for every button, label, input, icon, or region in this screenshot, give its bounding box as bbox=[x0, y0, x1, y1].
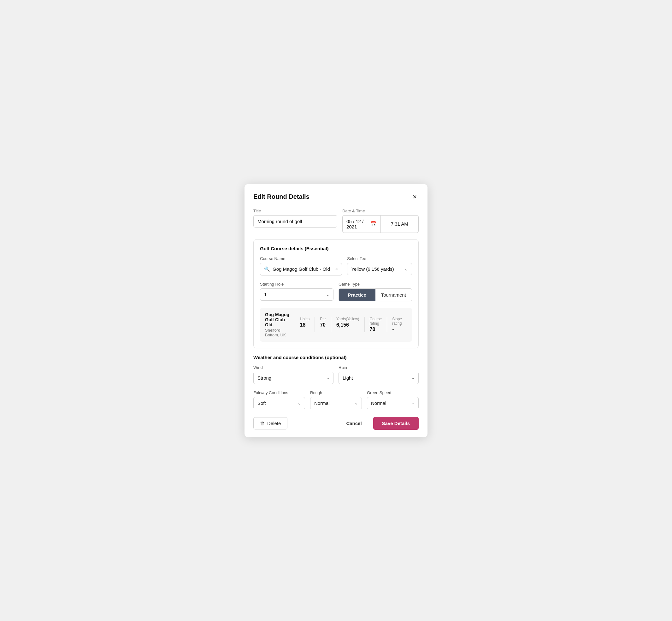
weather-section-title: Weather and course conditions (optional) bbox=[253, 355, 419, 360]
title-datetime-row: Title Date & Time 05 / 12 / 2021 📅 7:31 … bbox=[253, 209, 419, 233]
game-type-label: Game Type bbox=[339, 282, 412, 287]
clear-icon[interactable]: × bbox=[335, 266, 338, 272]
calendar-icon: 📅 bbox=[370, 221, 377, 227]
holes-value: 18 bbox=[300, 322, 306, 328]
title-input[interactable] bbox=[253, 215, 337, 227]
golf-course-section: Golf Course details (Essential) Course N… bbox=[253, 239, 419, 348]
delete-label: Delete bbox=[267, 421, 281, 426]
yards-stat: Yards(Yellow) 6,156 bbox=[331, 317, 365, 332]
course-info-box: Gog Magog Golf Club - Old, Shelford Bott… bbox=[260, 308, 412, 342]
course-name-search[interactable]: 🔍 × bbox=[260, 263, 342, 276]
par-label: Par bbox=[320, 317, 326, 321]
holes-stat: Holes 18 bbox=[295, 317, 315, 332]
select-tee-label: Select Tee bbox=[347, 256, 412, 261]
starting-hole-label: Starting Hole bbox=[260, 282, 333, 287]
course-name-col: Gog Magog Golf Club - Old, Shelford Bott… bbox=[265, 312, 295, 337]
holes-label: Holes bbox=[300, 317, 310, 321]
title-label: Title bbox=[253, 209, 337, 213]
modal-title: Edit Round Details bbox=[253, 193, 309, 200]
close-button[interactable]: × bbox=[411, 193, 419, 201]
starting-hole-group: Starting Hole 1234 5678 910 ⌄ bbox=[260, 282, 333, 301]
fairway-rough-green-row: Fairway Conditions DryNormalSoftWet ⌄ Ro… bbox=[253, 390, 419, 409]
rough-wrap: ShortNormalLongVery Long ⌄ bbox=[310, 397, 362, 409]
course-rating-label: Course rating bbox=[370, 317, 382, 326]
select-tee-group: Select Tee Yellow (6,156 yards) White (6… bbox=[347, 256, 412, 276]
delete-button[interactable]: 🗑 Delete bbox=[253, 417, 287, 429]
wind-group: Wind CalmLightModerateStrongVery Strong … bbox=[253, 365, 333, 384]
fairway-wrap: DryNormalSoftWet ⌄ bbox=[253, 397, 305, 409]
slope-rating-stat: Slope rating - bbox=[387, 317, 407, 332]
date-time-row: 05 / 12 / 2021 📅 7:31 AM bbox=[342, 215, 419, 233]
edit-round-modal: Edit Round Details × Title Date & Time 0… bbox=[245, 184, 427, 437]
par-stat: Par 70 bbox=[314, 317, 331, 332]
course-name-text: Gog Magog Golf Club - Old, bbox=[265, 312, 295, 327]
yards-value: 6,156 bbox=[336, 322, 349, 328]
footer-right: Cancel Save Details bbox=[341, 417, 419, 430]
green-speed-wrap: SlowNormalFastVery Fast ⌄ bbox=[367, 397, 419, 409]
green-speed-group: Green Speed SlowNormalFastVery Fast ⌄ bbox=[367, 390, 419, 409]
starting-hole-dropdown[interactable]: 1234 5678 910 bbox=[260, 288, 333, 301]
par-value: 70 bbox=[320, 322, 326, 328]
modal-header: Edit Round Details × bbox=[253, 193, 419, 201]
date-text: 05 / 12 / 2021 bbox=[346, 219, 368, 230]
weather-section: Weather and course conditions (optional)… bbox=[253, 355, 419, 409]
fairway-dropdown[interactable]: DryNormalSoftWet bbox=[253, 397, 305, 409]
datetime-label: Date & Time bbox=[342, 209, 419, 213]
rain-label: Rain bbox=[339, 365, 419, 370]
course-info-main: Gog Magog Golf Club - Old, Shelford Bott… bbox=[265, 312, 407, 337]
slope-rating-label: Slope rating bbox=[392, 317, 402, 326]
rough-group: Rough ShortNormalLongVery Long ⌄ bbox=[310, 390, 362, 409]
rain-group: Rain NoneLightModerateHeavy ⌄ bbox=[339, 365, 419, 384]
course-name-input[interactable] bbox=[272, 266, 333, 272]
wind-wrap: CalmLightModerateStrongVery Strong ⌄ bbox=[253, 372, 333, 384]
course-location: Shelford Bottom, UK bbox=[265, 328, 295, 337]
rain-dropdown[interactable]: NoneLightModerateHeavy bbox=[339, 372, 419, 384]
slope-rating-value: - bbox=[392, 327, 394, 332]
time-text: 7:31 AM bbox=[391, 221, 408, 226]
course-stats: Holes 18 Par 70 Yards(Yellow) 6,156 Cour… bbox=[295, 317, 407, 332]
hole-gametype-row: Starting Hole 1234 5678 910 ⌄ Game Type … bbox=[260, 282, 412, 301]
practice-button[interactable]: Practice bbox=[339, 289, 375, 301]
fairway-label: Fairway Conditions bbox=[253, 390, 305, 395]
cancel-button[interactable]: Cancel bbox=[341, 417, 367, 429]
title-group: Title bbox=[253, 209, 337, 233]
wind-rain-row: Wind CalmLightModerateStrongVery Strong … bbox=[253, 365, 419, 384]
tournament-button[interactable]: Tournament bbox=[375, 289, 412, 301]
time-input[interactable]: 7:31 AM bbox=[381, 215, 419, 233]
game-type-toggle: Practice Tournament bbox=[339, 288, 412, 301]
golf-course-title: Golf Course details (Essential) bbox=[260, 246, 412, 251]
rough-label: Rough bbox=[310, 390, 362, 395]
select-tee-dropdown[interactable]: Yellow (6,156 yards) White (6,500 yards)… bbox=[347, 263, 412, 275]
green-speed-dropdown[interactable]: SlowNormalFastVery Fast bbox=[367, 397, 419, 409]
course-rating-stat: Course rating 70 bbox=[365, 317, 387, 332]
green-speed-label: Green Speed bbox=[367, 390, 419, 395]
trash-icon: 🗑 bbox=[260, 421, 265, 426]
footer-row: 🗑 Delete Cancel Save Details bbox=[253, 417, 419, 430]
yards-label: Yards(Yellow) bbox=[336, 317, 359, 321]
rough-dropdown[interactable]: ShortNormalLongVery Long bbox=[310, 397, 362, 409]
wind-label: Wind bbox=[253, 365, 333, 370]
starting-hole-wrap: 1234 5678 910 ⌄ bbox=[260, 288, 333, 301]
select-tee-wrap: Yellow (6,156 yards) White (6,500 yards)… bbox=[347, 263, 412, 275]
course-name-label: Course Name bbox=[260, 256, 342, 261]
course-rating-value: 70 bbox=[370, 327, 375, 332]
wind-dropdown[interactable]: CalmLightModerateStrongVery Strong bbox=[253, 372, 333, 384]
save-button[interactable]: Save Details bbox=[373, 417, 419, 430]
datetime-group: Date & Time 05 / 12 / 2021 📅 7:31 AM bbox=[342, 209, 419, 233]
fairway-group: Fairway Conditions DryNormalSoftWet ⌄ bbox=[253, 390, 305, 409]
search-icon: 🔍 bbox=[264, 266, 270, 272]
course-name-group: Course Name 🔍 × bbox=[260, 256, 342, 276]
course-tee-row: Course Name 🔍 × Select Tee Yellow (6,156… bbox=[260, 256, 412, 276]
date-input[interactable]: 05 / 12 / 2021 📅 bbox=[342, 215, 380, 233]
game-type-group: Game Type Practice Tournament bbox=[339, 282, 412, 301]
rain-wrap: NoneLightModerateHeavy ⌄ bbox=[339, 372, 419, 384]
